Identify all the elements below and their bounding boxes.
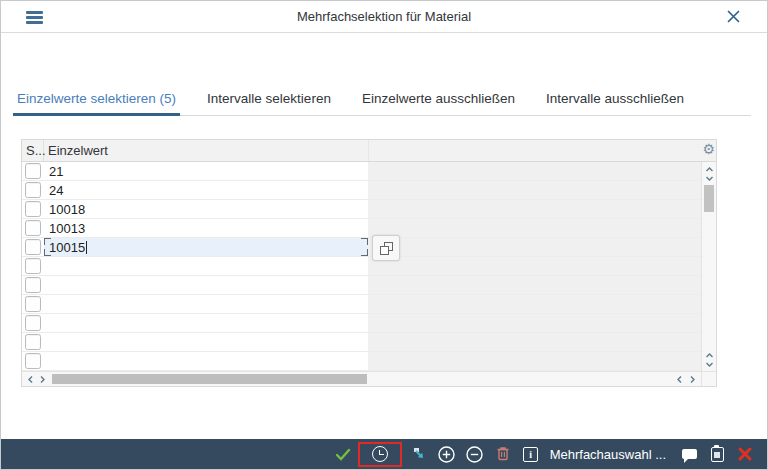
focus-corner-mark bbox=[361, 249, 368, 256]
einzelwert-cell[interactable]: 24 bbox=[44, 181, 369, 199]
red-x-icon bbox=[740, 449, 750, 459]
close-icon[interactable] bbox=[726, 9, 741, 24]
green-check-icon bbox=[337, 450, 349, 459]
row-select-checkbox[interactable] bbox=[25, 296, 41, 312]
clock-icon bbox=[372, 446, 388, 462]
horizontal-scroll-thumb[interactable] bbox=[52, 374, 367, 384]
row-filler-cell bbox=[369, 295, 701, 313]
einzelwert-cell[interactable] bbox=[44, 276, 369, 294]
multiple-selection-dialog: Mehrfachselektion für Material Einzelwer… bbox=[0, 0, 768, 470]
row-select-checkbox[interactable] bbox=[25, 239, 41, 255]
insert-row-button[interactable] bbox=[434, 441, 460, 467]
import-button[interactable] bbox=[406, 441, 432, 467]
einzelwert-cell[interactable] bbox=[44, 333, 369, 351]
scroll-right-icon[interactable] bbox=[36, 372, 48, 386]
focus-corner-mark bbox=[44, 249, 51, 256]
row-select-checkbox[interactable] bbox=[25, 353, 41, 369]
info-button[interactable]: i bbox=[518, 441, 544, 467]
table-row bbox=[22, 314, 701, 333]
vertical-scroll-thumb[interactable] bbox=[704, 185, 714, 212]
row-select-cell bbox=[22, 314, 44, 332]
einzelwert-cell[interactable] bbox=[44, 257, 369, 275]
column-header-select: S... bbox=[22, 140, 44, 161]
einzelwert-cell[interactable]: 21 bbox=[44, 162, 369, 180]
row-select-checkbox[interactable] bbox=[25, 220, 41, 236]
tab-3[interactable]: Einzelwerte ausschließen bbox=[360, 91, 517, 115]
table-row: 21 bbox=[22, 162, 701, 181]
tab-strip: Einzelwerte selektieren (5)Intervalle se… bbox=[15, 87, 751, 116]
einzelwert-cell[interactable]: 10018 bbox=[44, 200, 369, 218]
row-filler-cell bbox=[369, 276, 701, 294]
scroll-right-icon[interactable] bbox=[686, 372, 698, 386]
einzelwert-cell[interactable]: 10013 bbox=[44, 219, 369, 237]
clipboard-icon bbox=[711, 447, 724, 462]
titlebar: Mehrfachselektion für Material bbox=[1, 1, 767, 33]
row-filler-cell bbox=[369, 333, 701, 351]
column-header-einzelwert: Einzelwert bbox=[44, 140, 369, 161]
tab-1[interactable]: Einzelwerte selektieren (5) bbox=[15, 91, 178, 115]
einzelwert-cell[interactable] bbox=[44, 314, 369, 332]
row-select-cell bbox=[22, 333, 44, 351]
delete-all-button[interactable] bbox=[490, 441, 516, 467]
einzelwert-cell[interactable]: 10015 bbox=[44, 238, 369, 256]
scrollbar-corner bbox=[701, 371, 716, 386]
row-select-cell bbox=[22, 295, 44, 313]
einzelwert-value: 10018 bbox=[49, 202, 85, 217]
table-row bbox=[22, 295, 701, 314]
row-select-cell bbox=[22, 352, 44, 370]
table-settings-gear-icon[interactable]: ⚙ bbox=[702, 142, 715, 156]
einzelwert-cell[interactable] bbox=[44, 295, 369, 313]
minus-circle-icon bbox=[465, 445, 484, 464]
row-select-cell bbox=[22, 162, 44, 180]
scroll-down-icon[interactable] bbox=[702, 173, 716, 183]
row-select-cell bbox=[22, 257, 44, 275]
check-entries-button[interactable] bbox=[367, 441, 393, 467]
scroll-left-icon[interactable] bbox=[673, 372, 685, 386]
cancel-button[interactable] bbox=[732, 441, 758, 467]
row-select-checkbox[interactable] bbox=[25, 277, 41, 293]
row-select-checkbox[interactable] bbox=[25, 163, 41, 179]
table-row: 10015 bbox=[22, 238, 701, 257]
row-filler-cell bbox=[369, 314, 701, 332]
delete-row-button[interactable] bbox=[462, 441, 488, 467]
table-row: 10013 bbox=[22, 219, 701, 238]
row-select-checkbox[interactable] bbox=[25, 334, 41, 350]
table-row bbox=[22, 333, 701, 352]
paste-button[interactable] bbox=[704, 441, 730, 467]
horizontal-scrollbar[interactable] bbox=[22, 371, 701, 386]
tab-2[interactable]: Intervalle selektieren bbox=[205, 91, 333, 115]
einzelwert-cell[interactable] bbox=[44, 352, 369, 370]
row-select-cell bbox=[22, 238, 44, 256]
multiple-selection-button[interactable]: Mehrfachauswahl ... bbox=[550, 447, 666, 462]
row-select-cell bbox=[22, 181, 44, 199]
scroll-left-icon[interactable] bbox=[24, 372, 36, 386]
row-select-cell bbox=[22, 276, 44, 294]
row-filler-cell bbox=[369, 257, 701, 275]
row-filler-cell bbox=[369, 238, 701, 256]
focus-corner-mark bbox=[44, 238, 51, 245]
table-row bbox=[22, 352, 701, 371]
einzelwert-value: 24 bbox=[49, 183, 63, 198]
duplicate-value-button[interactable] bbox=[372, 235, 400, 261]
tab-4[interactable]: Intervalle ausschließen bbox=[544, 91, 686, 115]
row-filler-cell bbox=[369, 219, 701, 237]
table-row bbox=[22, 257, 701, 276]
row-filler-cell bbox=[369, 200, 701, 218]
table-header: S... Einzelwert ⚙ bbox=[22, 140, 716, 162]
comment-button[interactable] bbox=[676, 441, 702, 467]
vertical-scrollbar[interactable] bbox=[701, 162, 716, 371]
row-select-checkbox[interactable] bbox=[25, 182, 41, 198]
row-select-checkbox[interactable] bbox=[25, 258, 41, 274]
bottom-toolbar: i Mehrfachauswahl ... bbox=[1, 439, 767, 469]
row-filler-cell bbox=[369, 352, 701, 370]
table-body: 2124100181001310015 bbox=[22, 162, 701, 371]
table-row: 24 bbox=[22, 181, 701, 200]
einzelwert-value: 10015 bbox=[49, 240, 85, 255]
row-select-checkbox[interactable] bbox=[25, 315, 41, 331]
scroll-down-icon[interactable] bbox=[702, 359, 716, 369]
info-icon: i bbox=[523, 447, 538, 462]
table-row: 10018 bbox=[22, 200, 701, 219]
accept-button[interactable] bbox=[330, 441, 356, 467]
trash-icon bbox=[494, 445, 512, 463]
row-select-checkbox[interactable] bbox=[25, 201, 41, 217]
